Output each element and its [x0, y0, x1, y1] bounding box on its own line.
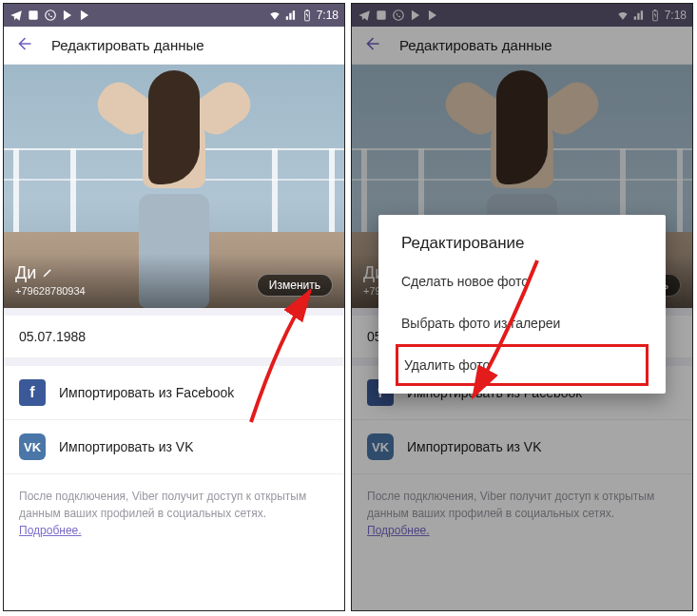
facebook-icon: f — [19, 379, 46, 406]
phone-screen-left: 7:18 Редактировать данные — [3, 3, 345, 611]
app-bar: Редактировать данные — [4, 27, 344, 65]
birthdate-value: 05.07.1988 — [19, 329, 86, 344]
vk-icon: VK — [367, 433, 394, 460]
import-vk-label: Импортировать из VK — [59, 439, 194, 454]
signal-icon — [284, 9, 298, 22]
status-bar: 7:18 — [352, 4, 692, 27]
signal-icon — [632, 9, 646, 22]
footer-link[interactable]: Подробнее. — [367, 524, 430, 537]
svg-rect-3 — [305, 10, 307, 10]
wifi-icon — [616, 9, 629, 22]
import-vk-label: Импортировать из VK — [407, 439, 542, 454]
profile-phone: +79628780934 — [15, 285, 249, 297]
battery-icon — [300, 9, 314, 22]
page-title: Редактировать данные — [51, 37, 204, 53]
svg-point-1 — [46, 10, 56, 21]
annotation-arrow — [456, 256, 571, 421]
phone-screen-right: 7:18 Редактировать данные — [351, 3, 693, 611]
import-vk[interactable]: VK Импортировать из VK — [352, 420, 692, 474]
svg-rect-4 — [377, 10, 385, 19]
annotation-arrow — [242, 279, 345, 435]
app-bar: Редактировать данные — [352, 27, 692, 65]
svg-rect-7 — [653, 10, 655, 10]
wifi-icon — [268, 9, 281, 22]
play-icon — [409, 9, 422, 22]
viber-icon — [44, 9, 57, 22]
status-bar: 7:18 — [4, 4, 344, 27]
profile-photo[interactable]: Ди +79628780934 Изменить — [4, 65, 344, 308]
footer-note: После подключения, Viber получит доступ … — [4, 474, 344, 552]
import-facebook-label: Импортировать из Facebook — [59, 385, 234, 400]
vk-icon: VK — [19, 433, 46, 460]
square-icon — [27, 9, 40, 22]
profile-name-row[interactable]: Ди — [15, 263, 249, 283]
svg-rect-0 — [29, 10, 37, 19]
footer-text: После подключения, Viber получит доступ … — [19, 490, 306, 520]
footer-link[interactable]: Подробнее. — [19, 524, 82, 537]
battery-icon — [649, 9, 662, 22]
back-button[interactable] — [15, 35, 32, 55]
play-icon — [61, 9, 74, 22]
pencil-icon — [42, 263, 54, 283]
footer-note: После подключения, Viber получит доступ … — [352, 474, 692, 552]
svg-point-5 — [394, 10, 404, 21]
back-button[interactable] — [363, 35, 380, 55]
page-title: Редактировать данные — [399, 37, 552, 53]
play-icon-2 — [78, 9, 91, 22]
play-icon-2 — [426, 9, 439, 22]
telegram-icon — [10, 9, 23, 22]
svg-rect-6 — [652, 10, 657, 20]
telegram-icon — [358, 9, 371, 22]
dialog-title: Редактирование — [378, 219, 666, 260]
profile-name: Ди — [15, 263, 36, 283]
status-time: 7:18 — [665, 9, 687, 22]
viber-icon — [392, 9, 405, 22]
footer-text: После подключения, Viber получит доступ … — [367, 490, 654, 520]
status-time: 7:18 — [317, 9, 339, 22]
square-icon — [375, 9, 388, 22]
